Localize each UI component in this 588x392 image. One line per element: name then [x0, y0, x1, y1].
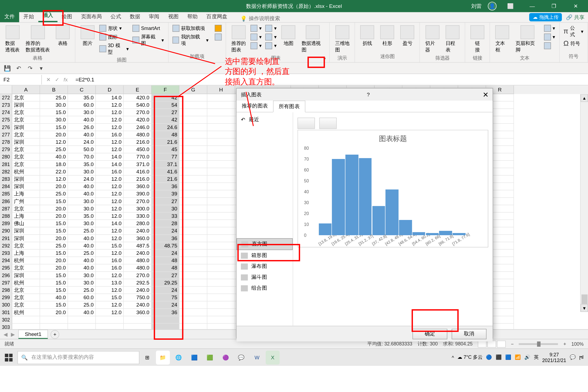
cell[interactable]: 30.0: [68, 109, 96, 116]
cell[interactable]: 上海: [12, 190, 40, 198]
cell[interactable]: 60.0: [68, 294, 96, 301]
row-header[interactable]: 274: [0, 109, 12, 116]
cell[interactable]: [207, 301, 235, 309]
cell[interactable]: 深圳: [12, 227, 40, 235]
excel-taskbar-icon[interactable]: X: [266, 350, 280, 364]
cell[interactable]: [179, 139, 207, 146]
bar-chart-button[interactable]: ▾: [250, 42, 262, 50]
cell[interactable]: 36: [152, 183, 179, 190]
cell[interactable]: 300.0: [124, 205, 151, 213]
cell[interactable]: 37.1: [152, 161, 179, 168]
cell[interactable]: 40.0: [68, 264, 96, 272]
cell[interactable]: [179, 316, 207, 324]
cell[interactable]: 15.0: [96, 242, 124, 250]
column-chart-button[interactable]: ▾: [250, 24, 262, 32]
cell[interactable]: 12.0: [96, 198, 124, 205]
cell[interactable]: [179, 309, 207, 316]
row-header[interactable]: 288: [0, 213, 12, 220]
zoom-slider[interactable]: [519, 343, 558, 345]
chart-subtype-1[interactable]: [298, 118, 315, 129]
wifi-icon[interactable]: 📶: [515, 354, 521, 360]
scroll-up-icon[interactable]: ▲: [581, 94, 588, 102]
cell[interactable]: 42: [152, 94, 179, 102]
cell[interactable]: 20.0: [40, 131, 68, 139]
row-header[interactable]: 303: [0, 324, 12, 329]
cell[interactable]: 12.0: [96, 227, 124, 235]
chart-subtype-2[interactable]: [319, 118, 337, 129]
recommended-pivot-button[interactable]: 推荐的 数据透视表: [24, 24, 51, 54]
col-header-A[interactable]: A: [12, 85, 40, 94]
cell[interactable]: 北京: [12, 294, 40, 301]
scatter-chart-button[interactable]: ▾: [265, 33, 277, 41]
cell[interactable]: 杭州: [12, 279, 40, 287]
cell[interactable]: 15.0: [40, 279, 68, 287]
cell[interactable]: 40.0: [68, 190, 96, 198]
cell[interactable]: 487.5: [124, 242, 151, 250]
cell[interactable]: 40.0: [68, 131, 96, 139]
cell[interactable]: 390.0: [124, 190, 151, 198]
tab-baidu[interactable]: 百度网盘: [202, 11, 232, 22]
row-header[interactable]: 298: [0, 287, 12, 294]
cell[interactable]: 24: [152, 301, 179, 309]
cell[interactable]: [207, 116, 235, 124]
ime-indicator[interactable]: 英: [534, 354, 539, 361]
cell[interactable]: 24: [152, 227, 179, 235]
notification-icon[interactable]: 💬: [570, 354, 576, 360]
side-item-recent[interactable]: ↶最近: [237, 114, 293, 125]
cell[interactable]: 30.0: [68, 205, 96, 213]
cell[interactable]: 30.0: [40, 102, 68, 109]
cell[interactable]: 15.0: [40, 287, 68, 294]
start-button[interactable]: [0, 349, 17, 366]
cell[interactable]: 深圳: [12, 183, 40, 190]
cell[interactable]: 20.0: [40, 213, 68, 220]
side-item-histogram[interactable]: 直方图: [237, 238, 293, 250]
cell[interactable]: 30.0: [68, 220, 96, 227]
tab-help[interactable]: 帮助: [183, 11, 202, 22]
cell[interactable]: 北京: [12, 264, 40, 272]
cell[interactable]: 12.0: [96, 146, 124, 153]
cell[interactable]: [207, 176, 235, 183]
symbol-button[interactable]: Ω符号: [563, 39, 584, 48]
cell[interactable]: [179, 176, 207, 183]
row-header[interactable]: 272: [0, 94, 12, 102]
row-header[interactable]: 282: [0, 168, 12, 176]
row-header[interactable]: 283: [0, 176, 12, 183]
cell[interactable]: [12, 316, 40, 324]
edge-icon[interactable]: 🌐: [171, 350, 185, 364]
tray-icon-1[interactable]: 🔵: [486, 354, 492, 360]
cell[interactable]: 48: [152, 264, 179, 272]
row-header[interactable]: 276: [0, 124, 12, 131]
people-button[interactable]: [215, 33, 222, 41]
cell[interactable]: [179, 301, 207, 309]
cell[interactable]: [179, 294, 207, 301]
page-break-icon[interactable]: [497, 340, 506, 347]
cell[interactable]: 48: [152, 257, 179, 264]
cell[interactable]: [179, 220, 207, 227]
shapes-button[interactable]: 形状 ▾: [99, 24, 129, 32]
cell[interactable]: 45: [152, 146, 179, 153]
cell[interactable]: [207, 183, 235, 190]
cell[interactable]: 40.0: [68, 257, 96, 264]
cell[interactable]: 25.0: [40, 190, 68, 198]
sparkline-line-button[interactable]: 折线: [359, 24, 376, 48]
row-header[interactable]: 297: [0, 279, 12, 287]
slicer-button[interactable]: 切片器: [424, 24, 441, 54]
sheets-nav-next-icon[interactable]: ▶: [11, 331, 18, 337]
cell[interactable]: 北京: [12, 242, 40, 250]
cell[interactable]: 48.75: [152, 242, 179, 250]
tab-all-charts[interactable]: 所有图表: [273, 101, 305, 112]
cell[interactable]: [179, 183, 207, 190]
cell[interactable]: 416.0: [124, 168, 151, 176]
cell[interactable]: 24: [152, 250, 179, 257]
cell[interactable]: [179, 94, 207, 102]
cell[interactable]: 上海: [12, 250, 40, 257]
cell[interactable]: 25.0: [40, 146, 68, 153]
cell[interactable]: 35.0: [68, 213, 96, 220]
cell[interactable]: 25.0: [68, 250, 96, 257]
cell[interactable]: 20.0: [40, 205, 68, 213]
wordart-button[interactable]: ▾: [543, 24, 556, 32]
cell[interactable]: 深圳: [12, 235, 40, 242]
cell[interactable]: 12.0: [96, 190, 124, 198]
cell[interactable]: 30.0: [68, 168, 96, 176]
mi-icon[interactable]: ϻI: [579, 354, 584, 360]
